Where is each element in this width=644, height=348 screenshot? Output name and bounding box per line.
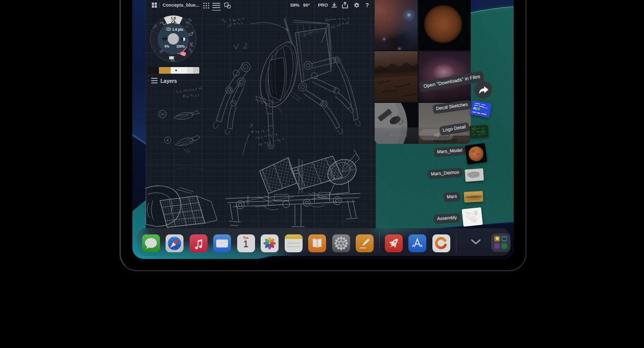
svg-text:100%: 100% — [176, 45, 185, 48]
svg-text:0%: 0% — [165, 45, 170, 48]
svg-text:1.6: 1.6 — [171, 16, 176, 20]
svg-text:Layers: Layers — [160, 78, 177, 84]
svg-text:RL: RL — [473, 106, 478, 110]
svg-text:PRO: PRO — [318, 3, 328, 8]
svg-text:59%: 59% — [290, 3, 300, 8]
svg-text:Concepts_blue...: Concepts_blue... — [163, 3, 199, 8]
svg-text:?: ? — [365, 2, 369, 8]
svg-text:1.6 pts: 1.6 pts — [172, 28, 183, 32]
svg-text:90°: 90° — [303, 3, 310, 8]
